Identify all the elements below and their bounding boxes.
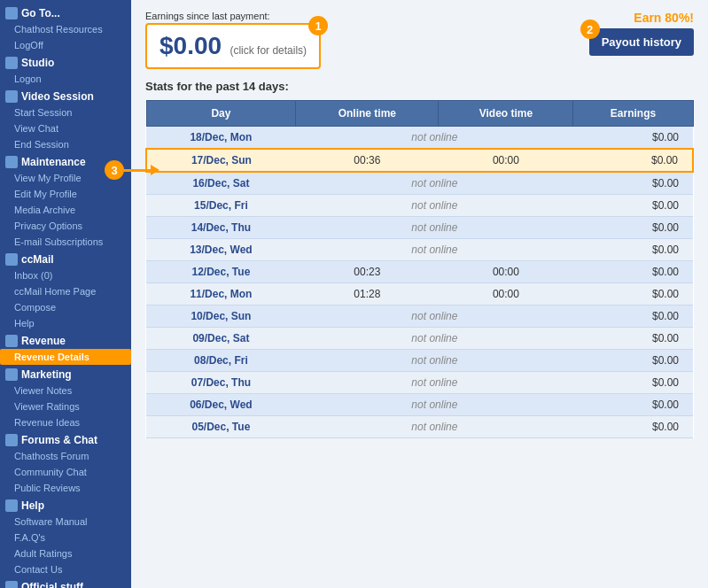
sidebar-section-ccmail[interactable]: ccMail <box>0 250 131 267</box>
cell-earnings: $0.00 <box>573 149 693 172</box>
cell-online: 00:23 <box>296 261 439 283</box>
cell-online: not online <box>296 195 573 217</box>
stats-table-container: 3 Day Online time Video time Earnings 18… <box>145 100 694 438</box>
earnings-label: Earnings since last payment: <box>145 11 321 21</box>
sidebar-item-adult-ratings[interactable]: Adult Ratings <box>0 545 131 561</box>
col-video-time: Video time <box>439 101 573 127</box>
cell-day: 12/Dec, Tue <box>146 261 296 283</box>
sidebar-section-video-session[interactable]: Video Session <box>0 87 131 104</box>
cell-earnings: $0.00 <box>573 394 693 416</box>
cell-earnings: $0.00 <box>573 328 693 350</box>
payout-btn-wrap: 2 Payout history <box>589 28 694 56</box>
cell-day: 08/Dec, Fri <box>146 350 296 372</box>
col-day: Day <box>146 101 296 127</box>
sidebar-item-chathost-resources[interactable]: Chathost Resources <box>0 21 131 37</box>
sidebar-item-view-chat[interactable]: View Chat <box>0 120 131 136</box>
sidebar-item-revenue-ideas[interactable]: Revenue Ideas <box>0 414 131 430</box>
cell-earnings: $0.00 <box>573 306 693 328</box>
sidebar-section-goto[interactable]: Go To... <box>0 4 131 21</box>
maintenance-icon <box>5 156 18 168</box>
sidebar-item-public-reviews[interactable]: Public Reviews <box>0 480 131 496</box>
top-right: Earn 80%! 2 Payout history <box>589 11 694 56</box>
cell-day: 14/Dec, Thu <box>146 217 296 239</box>
cell-day: 13/Dec, Wed <box>146 239 296 261</box>
table-row: 07/Dec, Thunot online$0.00 <box>146 372 693 394</box>
main-content: Earnings since last payment: $0.00 (clic… <box>131 0 708 588</box>
earn-pct-label: Earn 80%! <box>589 11 694 25</box>
video-icon <box>5 90 18 103</box>
cell-earnings: $0.00 <box>573 217 693 239</box>
sidebar-item-contact-us[interactable]: Contact Us <box>0 561 131 577</box>
cell-online: not online <box>296 127 573 150</box>
cell-day: 15/Dec, Fri <box>146 195 296 217</box>
sidebar-section-studio[interactable]: Studio <box>0 53 131 71</box>
cell-video: 00:00 <box>439 283 573 306</box>
sidebar-item-software-manual[interactable]: Software Manual <box>0 514 131 530</box>
sidebar-item-help-mail[interactable]: Help <box>0 315 131 331</box>
cell-online: not online <box>296 372 573 394</box>
revenue-details-arrow <box>91 352 98 361</box>
sidebar-item-logon[interactable]: Logon <box>0 71 131 87</box>
cell-earnings: $0.00 <box>573 261 693 283</box>
sidebar-item-logoff[interactable]: LogOff <box>0 37 131 53</box>
cell-earnings: $0.00 <box>573 416 693 438</box>
sidebar-item-community-chat[interactable]: Community Chat <box>0 464 131 480</box>
cell-earnings: $0.00 <box>573 350 693 372</box>
top-bar: Earnings since last payment: $0.00 (clic… <box>145 11 694 69</box>
badge-1: 1 <box>308 16 328 35</box>
sidebar-item-revenue-details[interactable]: Revenue Details <box>0 349 131 365</box>
sidebar-item-chathosts-forum[interactable]: Chathosts Forum <box>0 448 131 464</box>
sidebar: Go To... Chathost Resources LogOff Studi… <box>0 0 131 588</box>
cell-day: 17/Dec, Sun <box>146 149 296 172</box>
cell-earnings: $0.00 <box>573 372 693 394</box>
badge-2: 2 <box>580 19 600 39</box>
table-header-row: Day Online time Video time Earnings <box>146 101 693 127</box>
table-row: 11/Dec, Mon01:2800:00$0.00 <box>146 283 693 306</box>
sidebar-section-official[interactable]: Official stuff <box>0 577 131 588</box>
cell-earnings: $0.00 <box>573 239 693 261</box>
sidebar-item-viewer-notes[interactable]: Viewer Notes <box>0 383 131 398</box>
sidebar-item-start-session[interactable]: Start Session <box>0 104 131 120</box>
help-icon <box>5 499 18 512</box>
sidebar-section-revenue[interactable]: Revenue <box>0 331 131 349</box>
earnings-amount: $0.00 <box>159 32 222 59</box>
sidebar-item-ccmail-home[interactable]: ccMail Home Page <box>0 283 131 299</box>
table-row: 13/Dec, Wednot online$0.00 <box>146 239 693 261</box>
cell-day: 05/Dec, Tue <box>146 416 296 438</box>
table-row: 16/Dec, Satnot online$0.00 <box>146 172 693 195</box>
sidebar-item-privacy-options[interactable]: Privacy Options <box>0 218 131 234</box>
goto-icon <box>5 7 18 19</box>
cell-earnings: $0.00 <box>573 195 693 217</box>
sidebar-section-help[interactable]: Help <box>0 496 131 514</box>
sidebar-section-forums[interactable]: Forums & Chat <box>0 430 131 448</box>
sidebar-item-end-session[interactable]: End Session <box>0 136 131 152</box>
sidebar-item-viewer-ratings[interactable]: Viewer Ratings <box>0 398 131 414</box>
cell-online: not online <box>296 328 573 350</box>
sidebar-item-inbox[interactable]: Inbox (0) <box>0 267 131 283</box>
sidebar-item-faqs[interactable]: F.A.Q's <box>0 530 131 545</box>
table-row: 18/Dec, Monnot online$0.00 <box>146 127 693 150</box>
earnings-click-label: (click for details) <box>230 44 307 57</box>
cell-online: not online <box>296 394 573 416</box>
table-row: 09/Dec, Satnot online$0.00 <box>146 328 693 350</box>
sidebar-section-marketing[interactable]: Marketing <box>0 365 131 383</box>
payout-history-button[interactable]: Payout history <box>589 28 694 56</box>
table-row: 14/Dec, Thunot online$0.00 <box>146 217 693 239</box>
cell-online: not online <box>296 306 573 328</box>
table-row: 12/Dec, Tue00:2300:00$0.00 <box>146 261 693 283</box>
badge-3-annotation: 3 <box>105 160 159 180</box>
earnings-box[interactable]: $0.00 (click for details) 1 <box>145 23 321 69</box>
sidebar-item-email-subscriptions[interactable]: E-mail Subscriptions <box>0 234 131 250</box>
cell-earnings: $0.00 <box>573 283 693 306</box>
official-icon <box>5 581 18 588</box>
cell-day: 09/Dec, Sat <box>146 328 296 350</box>
revenue-icon <box>5 335 18 347</box>
cell-day: 10/Dec, Sun <box>146 306 296 328</box>
cell-earnings: $0.00 <box>573 172 693 195</box>
table-row: 17/Dec, Sun00:3600:00$0.00 <box>146 149 693 172</box>
cell-online: not online <box>296 172 573 195</box>
sidebar-item-compose[interactable]: Compose <box>0 299 131 315</box>
table-row: 10/Dec, Sunnot online$0.00 <box>146 306 693 328</box>
sidebar-item-media-archive[interactable]: Media Archive <box>0 202 131 218</box>
sidebar-item-edit-my-profile[interactable]: Edit My Profile <box>0 186 131 202</box>
